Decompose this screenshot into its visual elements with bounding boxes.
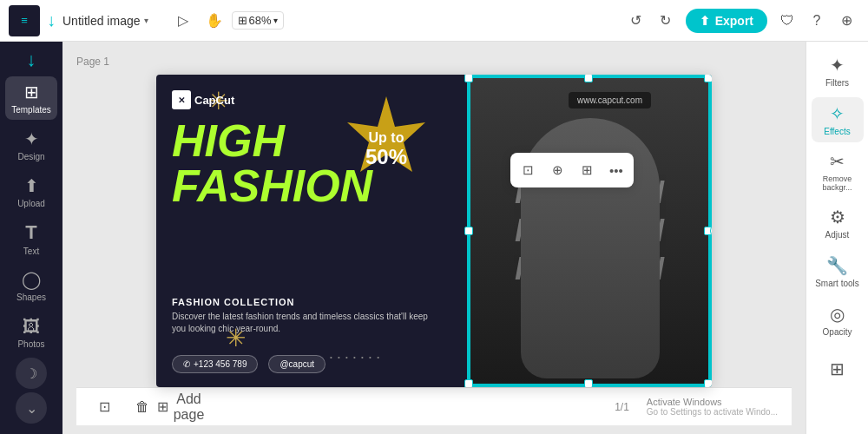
sidebar-item-photos[interactable]: 🖼 Photos [5, 311, 57, 354]
text-icon: T [25, 221, 36, 244]
sidebar-item-label-shapes: Shapes [16, 293, 46, 302]
adjust-icon: ⚙ [830, 207, 845, 227]
phone-text: +123 456 789 [194, 359, 247, 369]
sidebar-item-upload[interactable]: ⬆ Upload [5, 170, 57, 214]
topbar: ≡ ↓ Untitled image ▾ ▷ ✋ ⊞ 68% ▾ ↺ ↻ ⬆ E… [0, 0, 868, 42]
social-text: @capcut [279, 359, 314, 369]
document-title-area[interactable]: Untitled image ▾ [62, 14, 148, 28]
right-panel-opacity[interactable]: ◎ Opacity [812, 298, 864, 343]
page-indicator: 1/1 [615, 401, 629, 413]
title-chevron-icon: ▾ [144, 16, 148, 25]
right-panel-adjust[interactable]: ⚙ Adjust [812, 201, 864, 246]
undo-button[interactable]: ↺ [623, 8, 649, 34]
sidebar-item-shapes[interactable]: ◯ Shapes [5, 264, 57, 307]
description-text: Discover the latest fashion trends and t… [172, 311, 432, 335]
sub-area: FASHION COLLECTION Discover the latest f… [172, 297, 432, 335]
activate-windows-notice: Activate Windows Go to Settings to activ… [647, 397, 778, 417]
sidebar-item-label-text: Text [23, 247, 39, 256]
right-panel-effects[interactable]: ✧ Effects [812, 97, 864, 142]
remove-bg-icon: ✂ [830, 151, 845, 172]
adjust-label: Adjust [825, 230, 850, 240]
photo-silhouette: FASHION FASHION FASHION [470, 76, 710, 385]
select-tool-button[interactable]: ▷ [169, 7, 197, 35]
crop-tool-button[interactable]: ⊡ [514, 156, 542, 184]
brand-name: CapCut [194, 94, 234, 107]
shield-icon-button[interactable]: 🛡 [774, 8, 800, 34]
frame-tool-button[interactable]: ⊞ [573, 156, 601, 184]
canvas-container[interactable]: ✳ ✳ ✳ • • • • • • • »» ✕ CapCut [156, 75, 712, 387]
headline-fashion: FASHION [172, 163, 372, 208]
remove-bg-label: Remove backgr... [815, 174, 860, 192]
contact-bar: ✆ +123 456 789 @capcut [172, 355, 326, 373]
opacity-label: Opacity [823, 327, 852, 337]
right-panel: ✦ Filters ✧ Effects ✂ Remove backgr... ⚙… [806, 42, 868, 434]
sidebar-item-label-templates: Templates [11, 105, 51, 115]
design-icon: ✦ [24, 128, 39, 149]
frame-bottom-button[interactable]: ⊡ [90, 393, 118, 421]
more-tool-button[interactable]: ••• [602, 156, 630, 184]
settings-icon-button[interactable]: ⊕ [833, 8, 859, 34]
topbar-icon-group: 🛡 ? ⊕ [774, 8, 859, 34]
bottom-bar: ⊡ 🗑 ⊞ Add page 1/1 Activate Windows Go t… [76, 387, 792, 425]
rotate-handle[interactable]: ↻ [710, 223, 712, 239]
templates-icon: ⊞ [24, 82, 39, 102]
collection-label: FASHION COLLECTION [172, 297, 432, 307]
photo-element[interactable]: FASHION FASHION FASHION [469, 75, 712, 387]
redo-button[interactable]: ↻ [653, 8, 679, 34]
sidebar-item-design[interactable]: ✦ Design [5, 123, 57, 167]
effects-label: Effects [824, 127, 850, 136]
sidebar-moon-button[interactable]: ☽ [16, 358, 47, 389]
add-page-label: Add page [174, 391, 205, 423]
sidebar-item-label-upload: Upload [17, 199, 45, 208]
activate-subtitle: Go to Settings to activate Windo... [647, 407, 778, 417]
right-panel-extra[interactable]: ⊞ [812, 346, 864, 391]
filters-icon: ✦ [830, 55, 845, 76]
social-pill: @capcut [268, 355, 326, 373]
add-page-button[interactable]: ⊞ Add page [167, 393, 194, 421]
app-logo: ≡ [9, 5, 40, 36]
canvas-wrapper: 🖼 ••• ✳ ✳ ✳ • • • • • • • »» ✕ CapCu [156, 75, 712, 387]
cursor-icon: ↓ [47, 10, 56, 30]
photos-icon: 🖼 [23, 317, 40, 337]
upload-icon: ⬆ [24, 175, 39, 196]
delete-bottom-button[interactable]: 🗑 [128, 393, 156, 421]
help-icon-button[interactable]: ? [804, 8, 830, 34]
extra-icon: ⊞ [830, 358, 845, 379]
right-panel-remove-bg[interactable]: ✂ Remove backgr... [812, 146, 864, 197]
zoom-value: 68% [249, 14, 272, 27]
canvas-area[interactable]: Page 1 🖼 ••• ✳ ✳ ✳ • • • • • • • »» [62, 42, 806, 434]
brand-logo: ✕ CapCut [172, 90, 234, 109]
export-label: Export [715, 14, 753, 28]
main-area: ↓ ⊞ Templates ✦ Design ⬆ Upload T Text ◯… [0, 42, 868, 434]
export-button[interactable]: ⬆ Export [686, 9, 767, 33]
right-panel-smart-tools[interactable]: 🔧 Smart tools [812, 249, 864, 294]
phone-icon: ✆ [183, 359, 190, 369]
sidebar-expand-button[interactable]: ⌄ [16, 392, 47, 424]
hand-tool-button[interactable]: ✋ [201, 7, 228, 35]
sidebar-arrow-icon: ↓ [27, 49, 36, 71]
document-title: Untitled image [62, 14, 141, 28]
export-icon: ⬆ [700, 14, 710, 28]
headline-area: HIGH FASHION [172, 118, 372, 208]
url-bar: www.capcut.com [569, 92, 651, 108]
page-label: Page 1 [76, 56, 109, 68]
dots-decoration: • • • • • • • [330, 353, 381, 361]
sidebar-bottom: ☽ ⌄ [16, 358, 47, 434]
opacity-icon: ◎ [830, 304, 845, 325]
brand-logo-icon: ✕ [172, 90, 191, 109]
sidebar-item-label-photos: Photos [17, 339, 44, 349]
canvas-toolbar: ⊡ ⊕ ⊞ ••• [510, 153, 634, 187]
headline-high: HIGH [172, 118, 372, 163]
sidebar-item-text[interactable]: T Text [5, 217, 57, 260]
zoom-selector[interactable]: ⊞ 68% ▾ [232, 11, 284, 30]
effects-icon: ✧ [830, 103, 845, 124]
sidebar-item-templates[interactable]: ⊞ Templates [5, 76, 57, 120]
flip-tool-button[interactable]: ⊕ [543, 156, 571, 184]
topbar-tools: ▷ ✋ ⊞ 68% ▾ [169, 7, 284, 35]
add-page-icon: ⊞ [157, 398, 168, 415]
phone-pill: ✆ +123 456 789 [172, 355, 258, 373]
right-panel-filters[interactable]: ✦ Filters [812, 49, 864, 94]
smart-tools-label: Smart tools [815, 279, 859, 288]
page-count: 1/1 [615, 401, 629, 413]
filters-label: Filters [825, 78, 849, 88]
